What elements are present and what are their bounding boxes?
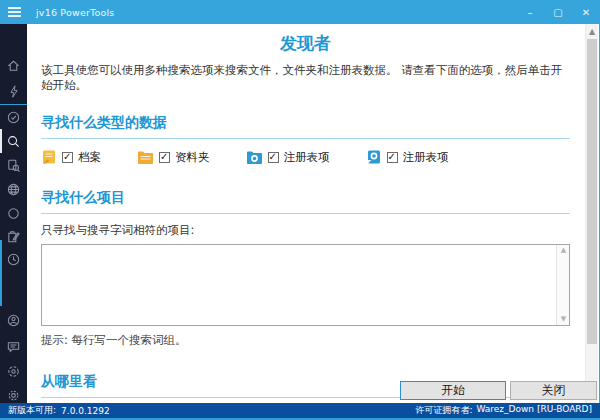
sidebar-blue-strip bbox=[0, 240, 2, 306]
titlebar: jv16 PowerTools – ▢ ✕ bbox=[0, 0, 600, 24]
minimize-button[interactable]: – bbox=[516, 0, 544, 24]
folder-blue-icon bbox=[246, 150, 263, 165]
bolt-icon[interactable] bbox=[0, 82, 27, 100]
file-blue-icon bbox=[366, 149, 382, 165]
option-label: 注册表项 bbox=[284, 150, 330, 165]
main-content: 发现者 该工具使您可以使用多种搜索选项来搜索文件，文件夹和注册表数据。 请查看下… bbox=[27, 24, 600, 403]
clock-icon[interactable] bbox=[0, 250, 27, 268]
checkbox-registry-keys[interactable] bbox=[268, 152, 279, 163]
maximize-button[interactable]: ▢ bbox=[544, 0, 572, 24]
start-button[interactable]: 开始 bbox=[400, 381, 506, 400]
option-registry-values[interactable]: 注册表项 bbox=[366, 149, 449, 165]
circle-icon[interactable] bbox=[0, 204, 27, 222]
feedback-icon[interactable] bbox=[0, 337, 27, 355]
option-label: 档案 bbox=[78, 150, 101, 165]
checkbox-registry-values[interactable] bbox=[387, 152, 398, 163]
file-yellow-icon bbox=[41, 149, 57, 165]
section-heading-items: 寻找什么项目 bbox=[41, 189, 570, 214]
menu-icon[interactable] bbox=[0, 0, 28, 24]
user-circle-icon[interactable] bbox=[0, 311, 27, 329]
search-icon[interactable] bbox=[0, 132, 27, 150]
window-controls: – ▢ ✕ bbox=[516, 0, 600, 24]
globe-icon[interactable] bbox=[0, 180, 27, 198]
statusbar: 新版本可用: 7.0.0.1292 许可证拥有者: Warez_Down [RU… bbox=[0, 403, 600, 418]
content-scrollbar[interactable]: ▲ ▼ bbox=[585, 24, 598, 403]
search-file-icon[interactable] bbox=[0, 156, 27, 174]
page-title: 发现者 bbox=[41, 32, 570, 55]
sidebar-divider bbox=[0, 104, 27, 105]
checkbox-files[interactable] bbox=[62, 152, 73, 163]
app-title: jv16 PowerTools bbox=[36, 7, 115, 18]
search-terms-label: 只寻找与搜寻字词相符的项目: bbox=[41, 223, 570, 238]
app-window: jv16 PowerTools – ▢ ✕ bbox=[0, 0, 600, 420]
data-type-options: 档案 资料夹 注册表项 bbox=[41, 149, 570, 165]
scroll-up-icon[interactable]: ▲ bbox=[557, 245, 570, 256]
section-heading-data-types: 寻找什么类型的数据 bbox=[41, 114, 570, 139]
settings-gear-icon[interactable] bbox=[0, 386, 27, 404]
search-terms-box: ▲ ▼ bbox=[41, 244, 570, 326]
checkbox-folders[interactable] bbox=[159, 152, 170, 163]
page-description: 该工具使您可以使用多种搜索选项来搜索文件，文件夹和注册表数据。 请查看下面的选项… bbox=[41, 63, 570, 93]
sidebar bbox=[0, 24, 27, 403]
option-label: 注册表项 bbox=[403, 150, 449, 165]
close-window-button[interactable]: 关闭 bbox=[510, 381, 597, 400]
scrollbar-up-icon[interactable]: ▲ bbox=[586, 25, 598, 38]
textarea-scrollbar[interactable]: ▲ ▼ bbox=[556, 245, 569, 325]
folder-yellow-icon bbox=[137, 150, 154, 165]
option-registry-keys[interactable]: 注册表项 bbox=[246, 149, 330, 165]
license-owner: Warez_Down [RU-BOARD] bbox=[476, 404, 592, 417]
option-folders[interactable]: 资料夹 bbox=[137, 149, 210, 165]
search-terms-hint: 提示: 每行写一个搜索词组。 bbox=[41, 333, 570, 348]
search-terms-input[interactable] bbox=[42, 245, 555, 325]
version-number: 7.0.0.1292 bbox=[61, 406, 110, 416]
scroll-down-icon[interactable]: ▼ bbox=[557, 314, 570, 325]
check-circle-icon[interactable] bbox=[0, 108, 27, 126]
update-label: 新版本可用: bbox=[8, 404, 56, 417]
option-label: 资料夹 bbox=[175, 150, 210, 165]
close-button[interactable]: ✕ bbox=[572, 0, 600, 24]
home-icon[interactable] bbox=[0, 56, 27, 74]
scrollbar-thumb[interactable] bbox=[587, 39, 597, 344]
dial-icon[interactable] bbox=[0, 362, 27, 380]
clipboard-edit-icon[interactable] bbox=[0, 227, 27, 245]
license-label: 许可证拥有者: bbox=[415, 404, 472, 417]
option-files[interactable]: 档案 bbox=[41, 149, 101, 165]
